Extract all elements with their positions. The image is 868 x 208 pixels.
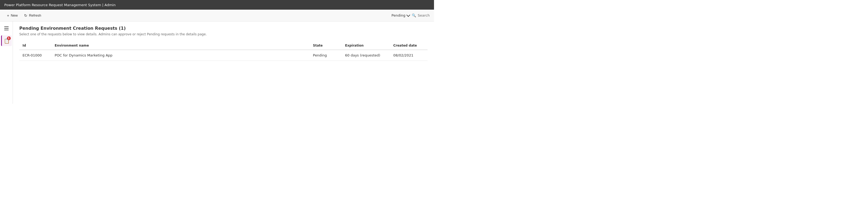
refresh-button-label: Refresh: [29, 13, 41, 18]
col-header-created: Created date: [390, 41, 428, 50]
chevron-down-icon: [406, 13, 410, 17]
page-subtitle: Select one of the requests below to view…: [19, 32, 428, 36]
refresh-button[interactable]: ↻ Refresh: [22, 12, 44, 19]
sidebar-item-requests[interactable]: 📋 1: [1, 35, 12, 46]
page-title: Pending Environment Creation Requests (1…: [19, 26, 428, 31]
col-header-state: State: [310, 41, 342, 50]
table-header: Id Environment name State Expiration Cre…: [19, 41, 428, 50]
search-area[interactable]: 🔍 Search: [412, 13, 430, 18]
app-title: Power Platform Resource Request Manageme…: [4, 3, 116, 7]
table-row[interactable]: ECR-01000 POC for Dynamics Marketing App…: [19, 50, 428, 61]
table-header-row: Id Environment name State Expiration Cre…: [19, 41, 428, 50]
refresh-icon: ↻: [24, 13, 27, 18]
content-area: Pending Environment Creation Requests (1…: [13, 22, 434, 104]
new-button-label: New: [11, 13, 18, 18]
filter-dropdown[interactable]: Pending: [392, 13, 410, 18]
plus-icon: +: [7, 13, 9, 18]
table-body: ECR-01000 POC for Dynamics Marketing App…: [19, 50, 428, 61]
hamburger-icon: [4, 27, 8, 30]
filter-value: Pending: [392, 13, 405, 18]
search-label: Search: [418, 13, 430, 18]
cell-id: ECR-01000: [19, 50, 52, 61]
toolbar-right: Pending 🔍 Search: [392, 13, 430, 18]
toolbar-left: + New ↻ Refresh: [4, 12, 392, 19]
col-header-expiration: Expiration: [342, 41, 390, 50]
cell-name: POC for Dynamics Marketing App: [52, 50, 310, 61]
main-layout: 📋 1 Pending Environment Creation Request…: [0, 22, 434, 104]
new-button[interactable]: + New: [4, 12, 20, 19]
col-header-name: Environment name: [52, 41, 310, 50]
title-bar: Power Platform Resource Request Manageme…: [0, 0, 434, 10]
cell-state: Pending: [310, 50, 342, 61]
requests-table: Id Environment name State Expiration Cre…: [19, 41, 428, 61]
col-header-id: Id: [19, 41, 52, 50]
toolbar: + New ↻ Refresh Pending 🔍 Search: [0, 10, 434, 22]
cell-created: 08/02/2021: [390, 50, 428, 61]
sidebar: 📋 1: [0, 22, 13, 104]
nav-badge: 1: [7, 36, 11, 40]
search-icon: 🔍: [412, 13, 416, 18]
hamburger-menu-button[interactable]: [2, 24, 11, 33]
cell-expiration: 60 days (requested): [342, 50, 390, 61]
